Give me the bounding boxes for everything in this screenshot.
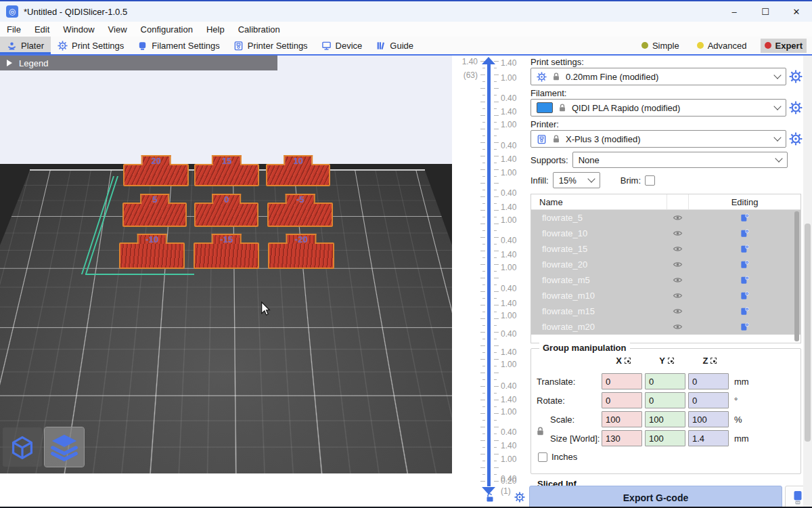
row-label: Rotate: (531, 396, 602, 406)
layer-tick-label: 1.00 (501, 360, 516, 369)
mode-simple[interactable]: Simple (637, 39, 683, 53)
visibility-cell[interactable] (667, 291, 688, 301)
layer-slider-top-thumb[interactable] (482, 57, 495, 64)
mode-advanced[interactable]: Advanced (693, 39, 751, 53)
tab-printer-settings[interactable]: Printer Settings (227, 37, 315, 54)
legend-bar[interactable]: Legend (0, 56, 277, 70)
maximize-button[interactable]: ☐ (750, 1, 781, 22)
x-value-input[interactable] (602, 411, 642, 427)
editing-cell[interactable] (688, 275, 800, 285)
3d-editor-view-button[interactable] (3, 427, 42, 467)
object-row[interactable]: flowrate_5 (531, 210, 800, 226)
object-row[interactable]: flowrate_10 (531, 226, 800, 241)
x-value-input[interactable] (602, 392, 642, 408)
menu-item[interactable]: Help (200, 24, 231, 35)
plate-object[interactable]: -15 (194, 242, 259, 269)
y-value-input[interactable] (645, 411, 685, 427)
tab-device[interactable]: Device (315, 37, 369, 54)
x-value-input[interactable] (602, 373, 642, 389)
visibility-cell[interactable] (667, 275, 688, 285)
menu-item[interactable]: File (0, 24, 28, 35)
y-value-input[interactable] (645, 392, 685, 408)
editing-cell[interactable] (688, 291, 800, 301)
infill-combo[interactable]: 15% (553, 172, 600, 188)
editing-cell[interactable] (688, 213, 800, 223)
object-row[interactable]: flowrate_m15 (531, 303, 800, 319)
preview-layers-view-button[interactable] (45, 427, 84, 467)
object-row[interactable]: flowrate_m10 (531, 288, 800, 303)
tab-plater[interactable]: Plater (0, 37, 51, 54)
unlock-icon[interactable] (484, 492, 495, 503)
plate-object[interactable]: -5 (267, 203, 333, 227)
object-list-scrollbar[interactable] (794, 211, 799, 341)
y-value-input[interactable] (645, 373, 685, 389)
edit-filament-settings-button[interactable] (789, 101, 803, 114)
axis-target-icon (625, 358, 631, 364)
object-flow-value: 15 (222, 156, 231, 165)
supports-combo[interactable]: None (572, 152, 788, 168)
plate-object[interactable]: 20 (123, 164, 189, 186)
unit-label: mm (731, 377, 749, 387)
uniform-scale-lock-icon[interactable] (535, 426, 545, 436)
edit-print-settings-button[interactable] (789, 70, 803, 83)
z-value-input[interactable] (688, 411, 729, 427)
menu-item[interactable]: Edit (28, 24, 56, 35)
object-row[interactable]: flowrate_m5 (531, 272, 800, 288)
close-button[interactable]: ✕ (781, 1, 812, 22)
x-value-input[interactable] (602, 430, 642, 446)
plate-object[interactable]: -20 (268, 242, 334, 269)
edit-settings-icon (740, 228, 750, 238)
slider-gear-icon[interactable] (514, 492, 525, 503)
filament-combo[interactable]: QIDI PLA Rapido (modified) (531, 99, 786, 117)
menu-item[interactable]: View (102, 24, 134, 35)
brim-checkbox[interactable] (645, 175, 655, 186)
group-manipulation-panel: Group manipulation X Y Z (531, 348, 801, 474)
print-settings-combo[interactable]: 0.20mm Fine (modified) (531, 68, 786, 85)
menu-item[interactable]: Calibration (231, 24, 287, 35)
visibility-cell[interactable] (667, 213, 688, 223)
y-value-input[interactable] (645, 430, 685, 446)
infill-value: 15% (559, 175, 583, 186)
editing-cell[interactable] (688, 244, 800, 254)
3d-viewport[interactable]: 20 15 10 5 (0, 56, 452, 473)
editing-cell[interactable] (688, 259, 800, 270)
panel-scrollbar[interactable] (803, 56, 812, 508)
layer-slider-track[interactable] (487, 64, 491, 486)
z-value-input[interactable] (688, 373, 729, 389)
minimize-button[interactable]: – (719, 1, 750, 22)
visibility-cell[interactable] (667, 244, 688, 254)
tab-guide[interactable]: Guide (369, 37, 420, 54)
plate-object[interactable]: -10 (119, 242, 185, 269)
visibility-cell[interactable] (667, 259, 688, 270)
mode-expert[interactable]: Expert (761, 39, 807, 53)
edit-printer-settings-button[interactable] (789, 132, 803, 146)
tab-filament-settings[interactable]: Filament Settings (131, 37, 226, 54)
plate-object[interactable]: 10 (266, 164, 330, 186)
eye-icon (673, 275, 683, 285)
visibility-cell[interactable] (667, 228, 688, 238)
object-list-header: Name Editing (531, 194, 800, 210)
column-editing[interactable]: Editing (688, 194, 800, 209)
visibility-cell[interactable] (667, 322, 688, 332)
export-gcode-button[interactable]: Export G-code (529, 486, 782, 508)
object-row[interactable]: flowrate_15 (531, 241, 800, 257)
z-value-input[interactable] (688, 392, 729, 408)
menu-item[interactable]: Window (56, 24, 101, 35)
z-value-input[interactable] (688, 430, 729, 446)
inches-checkbox[interactable] (538, 452, 547, 462)
object-row[interactable]: flowrate_m20 (531, 319, 800, 335)
lock-icon (551, 72, 561, 81)
editing-cell[interactable] (688, 228, 800, 238)
printer-combo[interactable]: X-Plus 3 (modified) (531, 130, 786, 148)
column-name[interactable]: Name (531, 197, 667, 207)
editing-cell[interactable] (688, 306, 800, 316)
object-row[interactable]: flowrate_20 (531, 257, 800, 272)
plate-object[interactable]: 15 (194, 164, 259, 186)
tab-print-settings[interactable]: Print Settings (51, 37, 131, 54)
axis-header: X Y Z (602, 356, 731, 366)
editing-cell[interactable] (688, 322, 800, 332)
plate-object[interactable]: 5 (122, 203, 187, 227)
plate-object[interactable]: 0 (194, 203, 258, 227)
menu-item[interactable]: Configuration (134, 24, 200, 35)
visibility-cell[interactable] (667, 306, 688, 316)
